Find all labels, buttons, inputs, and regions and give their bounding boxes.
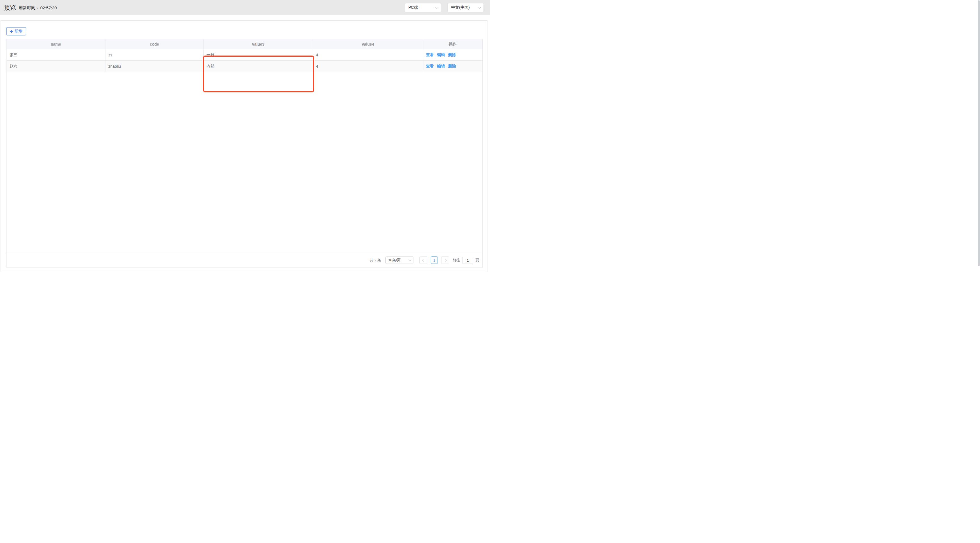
table-panel: name code value3 value4 操作 张三 zs 一般 4 查看… <box>6 39 483 268</box>
device-select[interactable]: PC端 <box>405 3 441 12</box>
table-header: name code value3 value4 操作 <box>6 39 482 49</box>
cell-actions: 查看 编辑 删除 <box>423 49 482 60</box>
view-link[interactable]: 查看 <box>426 52 434 57</box>
add-button-label: 新增 <box>15 29 23 34</box>
next-page-button[interactable] <box>441 256 449 264</box>
content-card: 新增 name code value3 value4 操作 张三 zs 一般 4… <box>0 21 487 272</box>
cell-code: zs <box>105 49 204 60</box>
topbar: 预览 刷新时间： 02:57:39 PC端 中文(中国) <box>0 0 490 15</box>
pagination: 共 2 条 10条/页 1 前往 页 <box>6 253 482 267</box>
language-select[interactable]: 中文(中国) <box>447 3 484 12</box>
device-select-value: PC端 <box>408 5 418 10</box>
plus-icon <box>10 30 13 33</box>
table-body: 张三 zs 一般 4 查看 编辑 删除 赵六 zhaoliu 内部 4 查看 编… <box>6 49 482 72</box>
column-header-name: name <box>6 39 105 49</box>
chevron-down-icon <box>478 6 481 9</box>
pagination-total: 共 2 条 <box>370 257 381 263</box>
chevron-down-icon <box>408 258 412 261</box>
column-header-value3: value3 <box>204 39 313 49</box>
table-row: 张三 zs 一般 4 查看 编辑 删除 <box>6 49 482 60</box>
edit-link[interactable]: 编辑 <box>437 64 445 69</box>
view-link[interactable]: 查看 <box>426 64 434 69</box>
column-header-value4: value4 <box>313 39 423 49</box>
refresh-time-value: 02:57:39 <box>40 5 57 10</box>
goto-label: 前往 <box>453 257 460 263</box>
cell-actions: 查看 编辑 删除 <box>423 60 482 72</box>
column-header-actions: 操作 <box>423 39 482 49</box>
language-select-value: 中文(中国) <box>451 5 469 10</box>
cell-value4: 4 <box>313 60 423 72</box>
refresh-time-label: 刷新时间： <box>18 5 40 11</box>
prev-page-button[interactable] <box>419 256 427 264</box>
chevron-left-icon <box>422 259 425 262</box>
page-number-button[interactable]: 1 <box>431 256 438 264</box>
goto-page-input[interactable] <box>462 257 473 264</box>
cell-code: zhaoliu <box>105 60 204 72</box>
add-button[interactable]: 新增 <box>6 27 26 35</box>
cell-name: 赵六 <box>6 60 105 72</box>
chevron-down-icon <box>435 6 438 9</box>
page-size-select[interactable]: 10条/页 <box>385 256 414 264</box>
delete-link[interactable]: 删除 <box>448 64 456 69</box>
page-size-value: 10条/页 <box>388 257 401 263</box>
delete-link[interactable]: 删除 <box>448 52 456 57</box>
table-row: 赵六 zhaoliu 内部 4 查看 编辑 删除 <box>6 60 482 72</box>
chevron-right-icon <box>444 259 447 262</box>
cell-value4: 4 <box>313 49 423 60</box>
goto-unit-label: 页 <box>476 257 479 263</box>
cell-value3: 内部 <box>204 60 313 72</box>
cell-name: 张三 <box>6 49 105 60</box>
edit-link[interactable]: 编辑 <box>437 52 445 57</box>
column-header-code: code <box>105 39 204 49</box>
cell-value3: 一般 <box>204 49 313 60</box>
page-title: 预览 <box>4 4 16 12</box>
